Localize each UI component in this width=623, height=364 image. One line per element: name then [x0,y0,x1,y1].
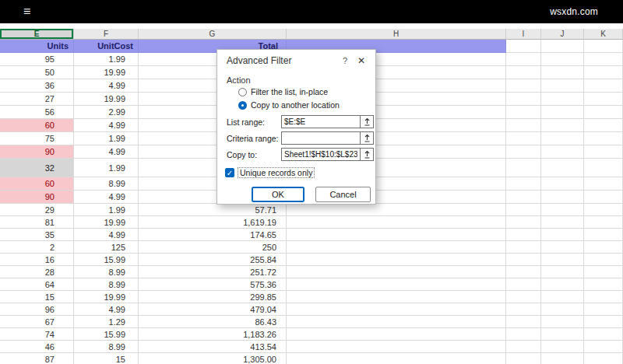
cell-empty[interactable] [506,204,541,216]
cell-units[interactable]: 50 [0,66,74,79]
cell-unitcost[interactable]: 8.99 [74,278,139,291]
cell-empty[interactable] [541,291,584,303]
ok-button[interactable]: OK [252,187,304,202]
list-range-input[interactable] [281,115,361,128]
cell-empty[interactable] [584,341,623,353]
radio-button-icon[interactable] [238,88,247,96]
cell-total[interactable]: 1,619.19 [139,216,287,229]
column-header-G[interactable]: G [139,29,287,40]
header-cell-unitcost[interactable]: UnitCost [74,40,139,53]
cell-empty[interactable] [287,216,506,229]
cell-empty[interactable] [541,316,584,328]
cell-unitcost[interactable]: 19.99 [74,93,139,106]
range-select-icon[interactable] [361,115,374,128]
cell-unitcost[interactable]: 1.99 [74,132,139,145]
cell-empty[interactable] [506,341,541,353]
cell-empty[interactable] [541,119,584,132]
cell-empty[interactable] [287,254,506,266]
cell-unitcost[interactable]: 19.99 [74,216,139,229]
cell-unitcost[interactable]: 1.99 [74,159,139,177]
cell-empty[interactable] [287,266,506,278]
cell-empty[interactable] [584,229,623,241]
cell-total[interactable]: 251.72 [139,266,287,278]
cell-unitcost[interactable]: 2.99 [74,106,139,119]
cell-empty[interactable] [541,216,584,229]
cell-empty[interactable] [541,229,584,241]
column-header-H[interactable]: H [287,29,506,40]
cell-empty[interactable] [506,328,541,341]
cell-empty[interactable] [584,106,623,119]
cell-empty[interactable] [506,229,541,241]
cell-total[interactable]: 575.36 [139,278,287,291]
cell-units[interactable]: 75 [0,132,74,145]
checkbox-checked-icon[interactable]: ✓ [225,168,234,177]
cell-units[interactable]: 29 [0,204,74,216]
cell-empty[interactable] [584,316,623,328]
cell-empty[interactable] [541,106,584,119]
cell-empty[interactable] [287,204,506,216]
cell-empty[interactable] [506,353,541,364]
cell-unitcost[interactable]: 125 [74,241,139,254]
unique-records-checkbox-row[interactable]: ✓ Unique records only [225,168,314,177]
cell-empty[interactable] [584,159,623,177]
cell-empty[interactable] [541,66,584,79]
cell-empty[interactable] [584,53,623,66]
cell-total[interactable]: 250 [139,241,287,254]
cell-empty[interactable] [287,241,506,254]
close-icon[interactable]: ✕ [357,55,365,66]
cell-units[interactable]: 81 [0,216,74,229]
cell-unitcost[interactable]: 19.99 [74,291,139,303]
radio-filter-in-place[interactable]: Filter the list, in-place [238,87,328,96]
cell-units[interactable]: 60 [0,119,74,132]
cell-total[interactable]: 1,305.00 [139,353,287,364]
cell-unitcost[interactable]: 4.99 [74,145,139,159]
cell-empty[interactable] [584,191,623,204]
cell-total[interactable]: 174.65 [139,229,287,241]
cell-empty[interactable] [541,159,584,177]
cell-empty[interactable] [541,132,584,145]
cell-units[interactable]: 74 [0,328,74,341]
cell-units[interactable]: 67 [0,316,74,328]
cell-units[interactable]: 15 [0,291,74,303]
cell-unitcost[interactable]: 19.99 [74,66,139,79]
cell-unitcost[interactable]: 1.29 [74,316,139,328]
cell-total[interactable]: 1,183.26 [139,328,287,341]
cell-empty[interactable] [287,278,506,291]
cell-unitcost[interactable]: 1.99 [74,53,139,66]
range-select-icon[interactable] [361,148,374,161]
cell-total[interactable]: 479.04 [139,303,287,316]
cell-units[interactable]: 87 [0,353,74,364]
cell-empty[interactable] [584,119,623,132]
cell-empty[interactable] [506,79,541,93]
cell-empty[interactable] [541,177,584,191]
cell-empty[interactable] [506,119,541,132]
cell-unitcost[interactable]: 1.99 [74,204,139,216]
cell-empty[interactable] [506,303,541,316]
column-header-I[interactable]: I [506,29,541,40]
cell-units[interactable]: 35 [0,229,74,241]
cell-empty[interactable] [541,266,584,278]
cell-empty[interactable] [541,341,584,353]
cell-units[interactable]: 27 [0,93,74,106]
header-cell-empty[interactable] [541,40,584,53]
range-select-icon[interactable] [361,131,374,145]
cell-empty[interactable] [541,145,584,159]
cell-unitcost[interactable]: 4.99 [74,119,139,132]
cell-unitcost[interactable]: 4.99 [74,191,139,204]
cell-empty[interactable] [584,145,623,159]
cell-unitcost[interactable]: 4.99 [74,79,139,93]
cell-empty[interactable] [584,241,623,254]
hamburger-menu-icon[interactable]: ≡ [23,5,30,18]
cell-empty[interactable] [541,79,584,93]
cell-empty[interactable] [584,204,623,216]
cell-empty[interactable] [584,291,623,303]
cell-empty[interactable] [506,159,541,177]
cell-empty[interactable] [541,93,584,106]
cell-empty[interactable] [584,278,623,291]
cell-empty[interactable] [287,328,506,341]
cell-total[interactable]: 255.84 [139,254,287,266]
cell-units[interactable]: 28 [0,266,74,278]
radio-button-icon[interactable] [238,101,247,110]
cell-units[interactable]: 2 [0,241,74,254]
column-header-E[interactable]: E [0,29,74,40]
